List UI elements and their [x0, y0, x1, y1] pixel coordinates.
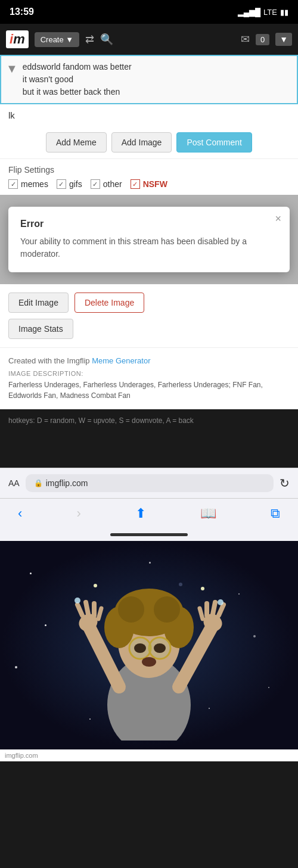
nav-dropdown[interactable]: ▼ — [275, 33, 292, 46]
tabs-button[interactable]: ⧉ — [271, 506, 280, 521]
error-title: Error — [20, 219, 278, 229]
svg-line-25 — [213, 602, 215, 614]
create-button[interactable]: Create ▼ — [35, 32, 80, 47]
meme-generator-link[interactable]: Meme Generator — [92, 356, 150, 365]
error-message: Your ability to comment in this stream h… — [20, 235, 278, 260]
network-label: LTE — [263, 8, 277, 17]
imgflip-footer: imgflip.com — [0, 749, 298, 761]
imgflip-logo[interactable]: im — [6, 30, 29, 48]
svg-point-31 — [201, 587, 204, 590]
image-desc-text: Farherless Underages, Farherless Underag… — [8, 379, 290, 401]
created-with-text: Created with the Imgflip Meme Generator — [8, 356, 290, 365]
nsfw-label: NSFW — [143, 179, 167, 189]
main-content: ▼ eddsworld fandom was better it wasn't … — [0, 55, 298, 468]
search-icon[interactable]: 🔍 — [100, 33, 113, 46]
status-icons: ▂▄▆█ LTE ▮▮ — [238, 8, 288, 17]
downvote-arrow[interactable]: ▼ — [6, 62, 18, 76]
back-button[interactable]: ‹ — [18, 506, 22, 521]
image-stats-button[interactable]: Image Stats — [8, 319, 73, 339]
post-comment-button[interactable]: Post Comment — [176, 132, 252, 153]
image-desc-label: IMAGE DESCRIPTION: — [8, 370, 290, 377]
lock-icon: 🔒 — [34, 479, 43, 487]
svg-line-21 — [98, 608, 101, 619]
bookmarks-button[interactable]: 📖 — [200, 506, 216, 521]
gifs-label: gifs — [69, 179, 82, 189]
flip-settings-row: ✓ memes ✓ gifs ✓ other ✓ NSFW — [8, 179, 290, 189]
meme-image-area — [0, 541, 298, 749]
share-button[interactable]: ⬆ — [135, 506, 146, 521]
add-image-button[interactable]: Add Image — [111, 132, 172, 153]
image-mgmt-row: Edit Image Delete Image — [8, 293, 290, 313]
url-bar[interactable]: 🔒 imgflip.com — [26, 474, 274, 492]
signal-icon: ▂▄▆█ — [238, 8, 260, 17]
edit-image-button[interactable]: Edit Image — [8, 293, 69, 313]
memes-label: memes — [21, 179, 48, 189]
gifs-check-icon: ✓ — [57, 179, 66, 189]
url-text: imgflip.com — [46, 478, 88, 488]
comment-text: eddsworld fandom was better it wasn't go… — [23, 61, 132, 98]
dark-spacer — [0, 432, 298, 468]
lk-text: lk — [0, 104, 298, 126]
delete-image-button[interactable]: Delete Image — [74, 293, 144, 313]
nsfw-check-icon: ✓ — [131, 179, 140, 189]
shuffle-icon[interactable]: ⇄ — [85, 33, 94, 46]
memes-check-icon: ✓ — [8, 179, 18, 189]
modal-overlay: × Error Your ability to comment in this … — [0, 195, 298, 284]
mail-icon[interactable]: ✉ — [241, 33, 250, 46]
hotkeys: hotkeys: D = random, W = upvote, S = dow… — [0, 409, 298, 432]
status-bar: 13:59 ▂▄▆█ LTE ▮▮ — [0, 0, 298, 24]
svg-point-13 — [134, 643, 146, 653]
other-check-icon: ✓ — [91, 179, 100, 189]
svg-point-30 — [94, 584, 97, 587]
reload-button[interactable]: ↻ — [280, 476, 290, 490]
ios-browser-bar: AA 🔒 imgflip.com ↻ — [0, 468, 298, 498]
comment-box: ▼ eddsworld fandom was better it wasn't … — [0, 55, 298, 104]
home-indicator-bar — [110, 533, 188, 536]
action-buttons: Add Meme Add Image Post Comment — [0, 126, 298, 158]
gifs-checkbox[interactable]: ✓ gifs — [57, 179, 82, 189]
other-label: other — [103, 179, 122, 189]
svg-line-24 — [219, 605, 224, 615]
close-button[interactable]: × — [275, 213, 281, 225]
svg-point-29 — [218, 599, 224, 605]
add-meme-button[interactable]: Add Meme — [46, 132, 107, 153]
svg-point-28 — [74, 598, 80, 603]
notification-count[interactable]: 0 — [256, 34, 269, 45]
font-size-control[interactable]: AA — [8, 478, 20, 488]
svg-point-14 — [154, 643, 166, 653]
home-indicator — [0, 528, 298, 541]
nav-bar: im Create ▼ ⇄ 🔍 ✉ 0 ▼ — [0, 24, 298, 55]
battery-icon: ▮▮ — [280, 8, 288, 17]
svg-point-7 — [154, 596, 180, 623]
forward-button[interactable]: › — [76, 506, 80, 521]
other-checkbox[interactable]: ✓ other — [91, 179, 122, 189]
ios-nav-bar: ‹ › ⬆ 📖 ⧉ — [0, 498, 298, 528]
error-modal: × Error Your ability to comment in this … — [8, 207, 290, 272]
memes-checkbox[interactable]: ✓ memes — [8, 179, 48, 189]
meme-person — [0, 541, 298, 749]
flip-settings: Flip Settings ✓ memes ✓ gifs ✓ other ✓ N… — [0, 158, 298, 195]
svg-point-15 — [142, 657, 156, 667]
svg-point-6 — [118, 596, 144, 623]
nsfw-checkbox[interactable]: ✓ NSFW — [131, 179, 167, 189]
meme-info: Created with the Imgflip Meme Generator … — [0, 347, 298, 409]
status-time: 13:59 — [10, 7, 34, 17]
svg-line-18 — [77, 605, 82, 615]
svg-line-19 — [86, 602, 88, 614]
svg-line-27 — [200, 608, 203, 619]
flip-settings-title: Flip Settings — [8, 165, 290, 175]
image-mgmt: Edit Image Delete Image Image Stats — [0, 284, 298, 347]
